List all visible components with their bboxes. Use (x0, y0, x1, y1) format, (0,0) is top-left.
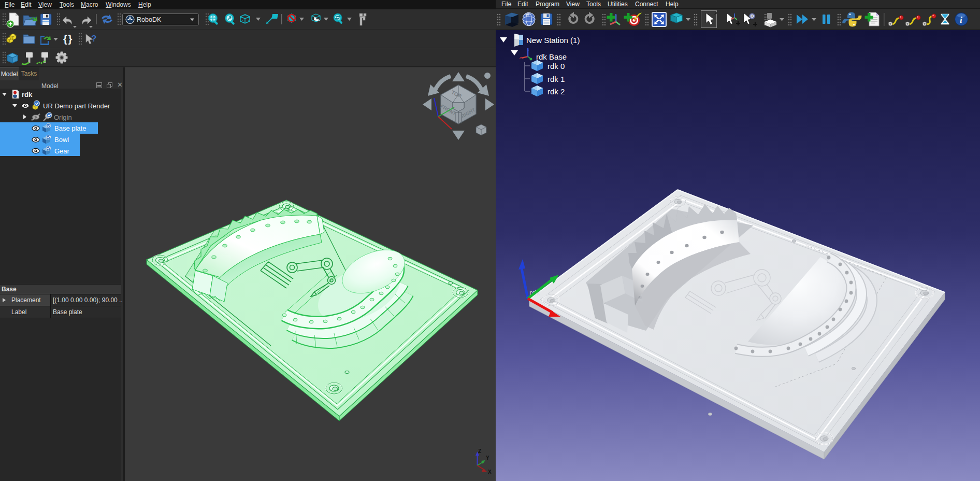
svg-text:?: ? (91, 34, 96, 44)
svg-text:Y: Y (486, 455, 489, 461)
svg-text:Bowl: Bowl (54, 136, 69, 144)
svg-text:rdk 2: rdk 2 (547, 87, 565, 96)
svg-text:RoboDK: RoboDK (137, 16, 162, 23)
svg-text:rdk 1: rdk 1 (547, 75, 565, 83)
svg-text:{ }: { } (63, 33, 72, 45)
svg-text:Z: Z (478, 448, 481, 454)
svg-text:UR Demo part Render: UR Demo part Render (43, 102, 110, 110)
svg-text:Base plate: Base plate (54, 124, 86, 132)
svg-text:rdk: rdk (22, 91, 33, 98)
svg-text:rdk Base: rdk Base (536, 52, 567, 61)
svg-text:New Station (1): New Station (1) (526, 36, 580, 45)
svg-text:X: X (488, 469, 492, 475)
svg-text:Origin: Origin (54, 114, 72, 121)
svg-text:Gear: Gear (54, 147, 70, 155)
svg-text:rdk 0: rdk 0 (547, 62, 565, 70)
svg-text:i: i (960, 15, 962, 25)
